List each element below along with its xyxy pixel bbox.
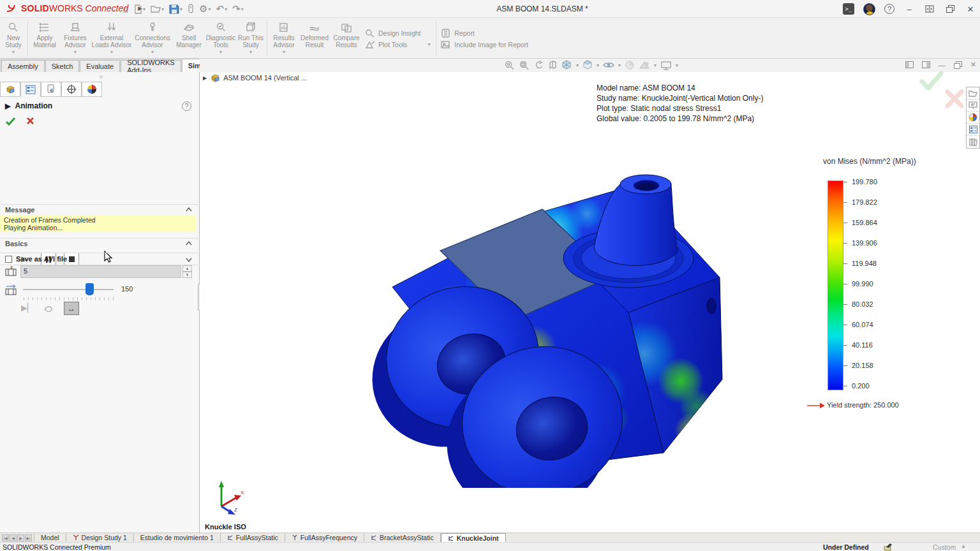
dropdown-caret[interactable]: ▾	[618, 62, 621, 68]
user-avatar[interactable]	[863, 3, 875, 15]
fixtures-advisor-button[interactable]: Fixtures Advisor ▼	[59, 19, 91, 58]
minimize-button[interactable]: –	[903, 3, 915, 15]
split-right-icon[interactable]	[922, 61, 930, 68]
tab-estudio-de-movimiento-1[interactable]: Estudio de movimiento 1	[134, 533, 221, 542]
tab-fullassyfrequency[interactable]: FullAssyFrequency	[285, 533, 364, 542]
save-avi-checkbox[interactable]	[5, 256, 12, 263]
file-explorer-tab[interactable]	[967, 87, 979, 99]
previous-view-icon[interactable]	[533, 60, 544, 70]
dropdown-caret[interactable]: ▾	[597, 62, 599, 68]
tab-assembly[interactable]: Assembly	[1, 60, 45, 72]
dropdown-caret[interactable]: ▾	[576, 62, 579, 68]
unit-system-selector[interactable]: Custom	[933, 543, 956, 551]
options-button[interactable]: ⚙▾	[198, 3, 212, 15]
collapse-chevron-icon[interactable]	[186, 241, 192, 246]
tree-expand-icon[interactable]: ▶	[203, 75, 207, 81]
zoom-to-area-icon[interactable]	[519, 60, 530, 70]
cancel-x-icon[interactable]	[26, 117, 34, 125]
tab-bracketassystatic[interactable]: BracketAssyStatic	[364, 533, 441, 542]
loop-button[interactable]	[43, 304, 54, 312]
design-library-tab[interactable]	[967, 99, 979, 112]
speed-slider-handle[interactable]	[85, 283, 94, 295]
new-document-button[interactable]: ▾	[132, 4, 147, 14]
basics-section-header[interactable]: Basics	[0, 238, 200, 249]
reciprocate-button[interactable]: ↔	[64, 302, 79, 315]
redo-button[interactable]: ↷▾	[231, 3, 245, 15]
results-advisor-button[interactable]: Results Advisor ▼	[269, 19, 299, 58]
dropdown-caret[interactable]: ▼	[282, 50, 286, 55]
apply-scene-icon[interactable]	[639, 61, 650, 70]
edit-appearance-icon[interactable]	[625, 60, 635, 70]
shell-manager-button[interactable]: Shell Manager	[173, 19, 205, 58]
configurationmanager-tab[interactable]	[41, 82, 61, 97]
restore-button[interactable]	[944, 3, 956, 15]
frames-input[interactable]: 5	[20, 265, 181, 278]
dropdown-caret[interactable]: ▼	[110, 50, 114, 55]
new-study-button[interactable]: New Study ▼	[1, 19, 26, 58]
dropdown-caret[interactable]: ▼	[11, 50, 16, 55]
tab-knucklejoint[interactable]: KnuckleJoint	[441, 533, 506, 542]
featuremanager-tab[interactable]	[0, 82, 20, 97]
graphics-viewport[interactable]: ▾ ▾ ▾ ▾ ▾ — ✕ ▶ ASM BOOM 14 (	[200, 59, 980, 533]
dropdown-caret[interactable]: ▾	[654, 62, 657, 68]
displaymanager-tab[interactable]	[82, 82, 102, 97]
dropdown-caret[interactable]: ▼	[427, 42, 431, 47]
zoom-to-fit-icon[interactable]	[504, 60, 515, 70]
report-button[interactable]: Report	[441, 29, 528, 38]
plot-tools-button[interactable]: Plot Tools ▼	[365, 40, 431, 49]
include-image-for-report-button[interactable]: Include Image for Report	[441, 40, 528, 49]
display-style-icon[interactable]	[583, 60, 593, 70]
flyout-feature-tree[interactable]: ▶ ASM BOOM 14 (Vertical ...	[203, 73, 307, 82]
connections-advisor-button[interactable]: Connections Advisor ▼	[132, 19, 173, 58]
tab-sketch[interactable]: Sketch	[45, 60, 80, 72]
panel-help-icon[interactable]: ?	[182, 101, 191, 111]
dropdown-caret[interactable]: ▾	[676, 62, 678, 68]
mouse-gestures-button[interactable]	[186, 4, 195, 14]
design-insight-button[interactable]: Design Insight	[365, 29, 431, 38]
library-tab[interactable]	[967, 136, 979, 148]
propertymanager-tab[interactable]	[20, 82, 41, 97]
custom-properties-tab[interactable]	[967, 124, 979, 136]
dimxpert-tab[interactable]	[61, 82, 82, 97]
speed-slider-track[interactable]	[23, 289, 114, 290]
external-loads-advisor-button[interactable]: External Loads Advisor ▼	[91, 19, 132, 58]
view-settings-icon[interactable]	[660, 61, 672, 70]
hide-show-items-icon[interactable]	[603, 61, 614, 70]
knuckle-joint-model[interactable]	[345, 169, 727, 488]
help-button[interactable]: ?	[884, 4, 895, 14]
first-tab-button[interactable]: |◀	[2, 534, 9, 541]
appearances-scenes-tab[interactable]	[967, 112, 979, 124]
command-prompt-icon[interactable]: >_	[843, 3, 854, 15]
dropdown-caret[interactable]: ▼	[219, 50, 223, 55]
next-tab-button[interactable]: ▶	[17, 534, 24, 541]
message-section-header[interactable]: Message	[0, 204, 200, 215]
panel-collapse-dot[interactable]	[100, 75, 103, 78]
dropdown-caret[interactable]: ▼	[151, 50, 155, 55]
expand-chevron-icon[interactable]	[186, 258, 192, 262]
tab-evaluate[interactable]: Evaluate	[80, 60, 120, 72]
view-orientation-icon[interactable]	[561, 60, 572, 70]
viewport-restore-button[interactable]	[954, 61, 962, 69]
undo-button[interactable]: ↶▾	[215, 3, 229, 15]
dropdown-caret[interactable]: ▼	[73, 50, 78, 55]
play-once-button[interactable]: ▶▏	[21, 303, 34, 312]
last-tab-button[interactable]: ▶|	[25, 534, 32, 541]
apply-material-button[interactable]: Apply Material	[30, 19, 59, 58]
prev-tab-button[interactable]: ◀	[10, 534, 17, 541]
tab-model[interactable]: Model	[34, 533, 66, 542]
save-button[interactable]: ▾	[168, 4, 184, 14]
tab-fullassystatic[interactable]: FullAssyStatic	[221, 533, 285, 542]
viewport-close-button[interactable]: ✕	[970, 61, 976, 69]
tab-design-study-1[interactable]: Design Study 1	[66, 533, 134, 542]
close-button[interactable]: ✕	[965, 3, 976, 15]
section-view-icon[interactable]	[548, 60, 558, 70]
split-left-icon[interactable]	[905, 61, 914, 68]
tab-solidworks-add-ins[interactable]: SOLIDWORKS Add-Ins	[121, 60, 181, 72]
compare-results-button[interactable]: Compare Results	[330, 19, 362, 58]
spin-down-button[interactable]: ▼	[182, 272, 192, 278]
diagnostic-tools-button[interactable]: Diagnostic Tools ▼	[205, 19, 237, 58]
collapse-chevron-icon[interactable]	[186, 207, 192, 212]
maximize-button[interactable]	[924, 3, 935, 15]
unit-dropdown-arrow[interactable]: ▲	[961, 543, 966, 549]
deformed-result-button[interactable]: Deformed Result	[299, 19, 330, 58]
